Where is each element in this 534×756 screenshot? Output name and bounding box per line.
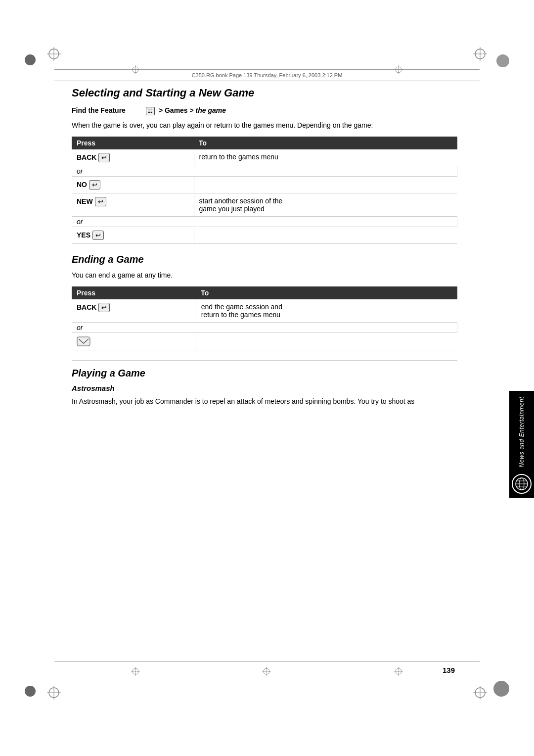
section-selecting-title: Selecting and Starting a New Game [72,87,457,99]
ending-table: Press To BACK ↩ end the game session and… [72,286,457,350]
side-tab-globe-icon [512,474,532,494]
table-cell-or-3: or [72,322,457,332]
table-row-or-1: or [72,166,457,176]
reg-mark-footer-c [262,667,271,678]
svg-rect-18 [77,337,90,346]
table-cell-to: end the game session andreturn to the ga… [196,299,457,323]
ending-body-text: You can end a game at any time. [72,270,457,281]
table-row-or-3: or [72,322,457,332]
subsection-astrosmash: Astrosmash In Astrosmash, your job as Co… [72,384,457,407]
header-strip: C350.RG.book Page 139 Thursday, February… [54,69,480,81]
table-row: NEW ↩ start another session of thegame y… [72,193,457,216]
table-header-press-2: Press [72,286,196,299]
header-text: C350.RG.book Page 139 Thursday, February… [192,72,343,78]
table-cell-to: return to the games menu [194,149,457,166]
section-ending: Ending a Game You can end a game at any … [72,254,457,350]
reg-mark-bl [47,686,61,702]
table-row: BACK ↩ end the game session andreturn to… [72,299,457,323]
corner-circle-br [493,681,509,697]
selecting-body-text: When the game is over, you can play agai… [72,120,457,131]
table-cell-to: start another session of thegame you jus… [194,193,457,216]
reg-mark-header-r [394,65,403,76]
table-cell-press: NO ↩ [72,176,194,193]
table-row: YES ↩ [72,227,457,243]
reg-mark-header-l [131,65,140,76]
table-row: NO ↩ [72,176,457,193]
find-feature-label: Find the Feature [72,106,126,114]
section-playing-title: Playing a Game [72,368,457,379]
table-row: BACK ↩ return to the games menu [72,149,457,166]
astrosmash-body-text: In Astrosmash, your job as Commander is … [72,396,457,407]
page: C350.RG.book Page 139 Thursday, February… [0,0,534,756]
section-playing: Playing a Game Astrosmash In Astrosmash,… [72,368,457,407]
find-feature-row: Find the Feature ☷ > Games > the game [72,106,457,115]
table-cell-or-2: or [72,216,457,227]
table-cell-to [194,227,457,243]
side-tab-text: News and Entertainment [518,397,525,467]
find-feature-value: ☷ > Games > the game [146,106,226,115]
table-cell-to [194,176,457,193]
main-content: Selecting and Starting a New Game Find t… [72,87,457,657]
section-divider [72,360,457,361]
table-header-to-1: To [194,137,457,149]
corner-circle-tr [496,54,509,67]
section-selecting: Selecting and Starting a New Game Find t… [72,87,457,244]
table-cell-press: NEW ↩ [72,193,194,216]
reg-mark-tr [473,47,487,63]
menu-icon: ☷ [146,107,155,115]
table-header-press-1: Press [72,137,194,149]
table-cell-to [196,332,457,350]
table-header-to-2: To [196,286,457,299]
corner-circle-bl [25,686,36,697]
section-ending-title: Ending a Game [72,254,457,265]
table-row [72,332,457,350]
table-cell-press [72,332,196,350]
table-cell-or-1: or [72,166,457,176]
selecting-table: Press To BACK ↩ return to the games menu… [72,137,457,244]
footer-line [54,662,480,662]
side-tab: News and Entertainment [509,391,534,498]
page-number: 139 [443,666,455,674]
corner-circle-tl [25,54,36,65]
table-cell-press: BACK ↩ [72,149,194,166]
reg-mark-tl [47,47,61,63]
astrosmash-title: Astrosmash [72,384,457,392]
table-row-or-2: or [72,216,457,227]
table-cell-press: YES ↩ [72,227,194,243]
table-cell-press: BACK ↩ [72,299,196,323]
reg-mark-footer-l [131,667,140,678]
reg-mark-br [473,686,487,702]
reg-mark-footer-r [394,667,403,678]
